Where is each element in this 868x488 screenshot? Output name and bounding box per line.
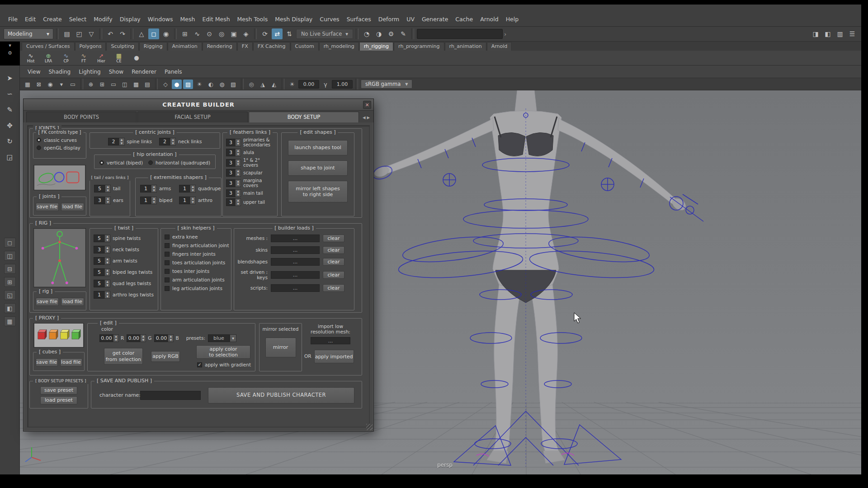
- gamma-field[interactable]: 1.00: [332, 80, 353, 89]
- joints-save-file-button[interactable]: save file: [36, 203, 59, 211]
- attribute-editor-toggle-icon[interactable]: ◨: [810, 28, 821, 39]
- skin-helper-checkbox[interactable]: ✓ extra knee: [165, 234, 231, 239]
- output-connections-icon[interactable]: ⇅: [284, 28, 295, 39]
- skin-helper-checkbox[interactable]: ✓ arm articulation joints: [165, 277, 231, 282]
- panel-menu-item[interactable]: Renderer: [127, 67, 160, 77]
- builder-load-clear-button[interactable]: clear: [323, 284, 344, 292]
- spinner-field[interactable]: 5 ▲▼: [94, 235, 110, 242]
- shelf-tab[interactable]: rh_rigging: [359, 42, 393, 51]
- menu-item[interactable]: Surfaces: [343, 14, 375, 24]
- shelf-hier-button[interactable]: ➚ Hier: [93, 51, 109, 65]
- skin-helper-checkbox[interactable]: ✓ fingers articulation joint: [165, 243, 231, 248]
- spinner-field[interactable]: 1 ▲▼: [179, 185, 196, 192]
- exposure-field[interactable]: 0.00: [298, 80, 319, 89]
- joints-load-file-button[interactable]: load file: [61, 203, 84, 211]
- shadows-icon[interactable]: ◐: [206, 80, 216, 89]
- menu-item[interactable]: Deform: [375, 14, 403, 24]
- menu-item[interactable]: Mesh Display: [271, 14, 316, 24]
- builder-load-path-field[interactable]: ...: [271, 284, 320, 292]
- channel-field[interactable]: 0.00 ▲▼: [127, 334, 146, 342]
- menu-item[interactable]: Windows: [144, 14, 177, 24]
- menu-set-selector[interactable]: Modeling ▾: [4, 28, 53, 39]
- spinner-field[interactable]: 3 ▲▼: [226, 169, 241, 177]
- shelf-tab[interactable]: Polygons: [75, 42, 106, 51]
- builder-load-path-field[interactable]: ...: [271, 246, 320, 254]
- shelf-tab[interactable]: Sculpting: [106, 42, 138, 51]
- fk-type-radio[interactable]: classic curves: [37, 137, 83, 143]
- select-tool[interactable]: ➤: [3, 72, 17, 84]
- exposure-icon[interactable]: ☀: [287, 80, 297, 89]
- creature-builder-titlebar[interactable]: CREATURE BUILDER ✕: [24, 99, 373, 111]
- shelf-tab[interactable]: Custom: [291, 42, 319, 51]
- channel-field[interactable]: 0.00 ▲▼: [99, 334, 119, 342]
- hip-orientation-radio[interactable]: vertical (biped): [99, 160, 143, 165]
- shelf-tab[interactable]: Rendering: [203, 42, 237, 51]
- select-object-icon[interactable]: ◻: [148, 28, 159, 39]
- shelf-menu-icon[interactable]: ⚙: [8, 50, 12, 56]
- textured-icon[interactable]: ▨: [183, 80, 193, 89]
- menu-item[interactable]: Modify: [90, 14, 116, 24]
- layout-single-pane[interactable]: ◻: [4, 238, 16, 248]
- menu-item[interactable]: Create: [39, 14, 66, 24]
- skin-helper-checkbox[interactable]: ✓ toes inter joints: [165, 268, 231, 274]
- hip-orientation-radio[interactable]: horizontal (quadruped): [148, 160, 210, 165]
- layout-two-panes-side[interactable]: ◫: [4, 251, 16, 261]
- save-preset-button[interactable]: save preset: [40, 386, 77, 394]
- panel-menu-item[interactable]: Panels: [160, 67, 186, 77]
- new-scene-icon[interactable]: ▤: [61, 28, 72, 39]
- view-transform-dropdown[interactable]: sRGB gamma ▼: [361, 80, 412, 89]
- shelf-ce-button[interactable]: ▦ CE: [111, 51, 127, 65]
- fk-type-radio[interactable]: openGL display: [37, 145, 83, 150]
- spinner-field[interactable]: 5 ▲▼: [94, 268, 110, 276]
- live-surface-selector[interactable]: No Live Surface ▾: [296, 29, 353, 39]
- spinner-field[interactable]: 3 ▲▼: [94, 246, 110, 253]
- skin-helper-checkbox[interactable]: ✓ toes articulation joints: [165, 260, 231, 265]
- menu-item[interactable]: File: [5, 14, 21, 24]
- menu-item[interactable]: Edit: [21, 14, 39, 24]
- workspace-menu-icon[interactable]: ☰: [847, 28, 858, 39]
- undo-icon[interactable]: ↶: [105, 28, 116, 39]
- shaded-icon[interactable]: ●: [172, 80, 182, 89]
- import-low-path-field[interactable]: ...: [311, 337, 350, 344]
- rig-load-file-button[interactable]: load file: [61, 298, 84, 306]
- select-hierarchy-icon[interactable]: △: [136, 28, 147, 39]
- shelf-tab[interactable]: Rigging: [139, 42, 167, 51]
- panel-menu-item[interactable]: Show: [105, 67, 127, 77]
- shelf-ft-button[interactable]: ∿ FT: [75, 51, 92, 65]
- spinner-field[interactable]: 3 ▲▼: [226, 189, 241, 197]
- snap-grid-icon[interactable]: ⊞: [179, 28, 190, 39]
- creature-builder-tab[interactable]: FACIAL SETUP: [137, 112, 248, 122]
- paint-effects-icon[interactable]: ✎: [398, 28, 409, 39]
- isolate-select-icon[interactable]: ◎: [246, 80, 256, 89]
- builder-load-path-field[interactable]: ...: [271, 271, 320, 279]
- rig-save-file-button[interactable]: save file: [36, 298, 59, 306]
- load-preset-button[interactable]: load preset: [40, 396, 77, 404]
- builder-load-clear-button[interactable]: clear: [323, 271, 344, 279]
- spinner-field[interactable]: 5 ▲▼: [94, 280, 110, 287]
- channel-field[interactable]: 0.00 ▲▼: [154, 334, 174, 342]
- gamma-icon[interactable]: γ: [321, 80, 330, 89]
- builder-load-clear-button[interactable]: clear: [323, 258, 344, 266]
- shelf-tab-selector-icon[interactable]: ▾: [9, 42, 11, 48]
- wireframe-icon[interactable]: ◇: [160, 80, 170, 89]
- menu-item[interactable]: Select: [66, 14, 90, 24]
- tab-scroll-right-icon[interactable]: ▶: [367, 115, 370, 120]
- gate-mask-icon[interactable]: ▩: [131, 80, 141, 89]
- apply-imported-button[interactable]: apply imported: [314, 350, 354, 363]
- layout-two-panes-stacked[interactable]: ⊟: [4, 264, 16, 274]
- shelf-tab[interactable]: FX: [237, 42, 253, 51]
- panel-menu-item[interactable]: Shading: [44, 67, 75, 77]
- builder-load-path-field[interactable]: ...: [271, 235, 320, 242]
- mirror-left-shapes-button[interactable]: mirror left shapes to right side: [288, 181, 348, 202]
- save-and-publish-button[interactable]: SAVE AND PUBLISH CHARACTER: [208, 387, 354, 404]
- spinner-field[interactable]: 3 ▲▼: [226, 159, 241, 167]
- layout-hypershade-persp[interactable]: ▦: [4, 316, 16, 326]
- builder-load-clear-button[interactable]: clear: [323, 235, 344, 242]
- render-current-frame-icon[interactable]: ◔: [361, 28, 372, 39]
- construction-history-icon[interactable]: ⟳: [259, 28, 270, 39]
- spinner-field[interactable]: 2 ▲▼: [108, 138, 125, 145]
- joints-xray-icon[interactable]: ◭: [269, 80, 279, 89]
- field-chart-icon[interactable]: ▤: [142, 80, 152, 89]
- get-color-button[interactable]: get color from selection: [104, 348, 143, 365]
- lasso-select-tool[interactable]: ∽: [3, 88, 17, 100]
